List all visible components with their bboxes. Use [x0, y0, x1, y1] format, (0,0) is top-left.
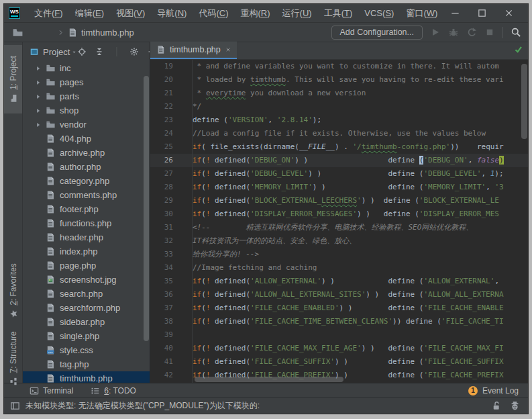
editor-vertical-scrollbar[interactable]	[521, 64, 527, 139]
tool-window-button-terminal[interactable]: Terminal	[30, 386, 73, 395]
menu-c[interactable]: 代码(C)	[193, 4, 234, 22]
menu-v[interactable]: 视图(V)	[110, 4, 151, 22]
editor-horizontal-scrollbar[interactable]	[195, 377, 343, 382]
expand-arrow-icon[interactable]	[35, 65, 46, 72]
code-line-27[interactable]: 27if(! defined('DEBUG_LEVEL') ) define (…	[150, 167, 528, 181]
tree-item-author.php[interactable]: author.php	[23, 160, 150, 174]
editor-tab-timthumb[interactable]: timthumb.php	[150, 42, 237, 59]
tree-item-category.php[interactable]: category.php	[23, 174, 150, 188]
code-line-30[interactable]: 30if(! defined('DISPLAY_ERROR_MESSAGES')…	[150, 207, 528, 221]
menu-r[interactable]: 重构(R)	[235, 4, 276, 22]
tree-item-timthumb.php[interactable]: timthumb.php	[23, 371, 150, 383]
run-button[interactable]	[430, 27, 441, 38]
tree-item-single.php[interactable]: single.php	[23, 329, 150, 343]
logo-text: WS	[10, 8, 19, 15]
lock-open-icon[interactable]	[491, 401, 501, 411]
code-line-41[interactable]: 41if(! defined('FILE_CACHE_SUFFIX') ) de…	[150, 355, 528, 369]
expand-arrow-icon[interactable]	[35, 122, 46, 128]
rerun-button[interactable]	[466, 27, 477, 38]
tree-item-index.php[interactable]: index.php	[23, 244, 150, 259]
tool-window-button-project[interactable]: 1: Project	[4, 45, 22, 113]
line-number: 42	[150, 369, 182, 382]
code-line-34[interactable]: 34//Image fetching and caching	[150, 261, 528, 275]
tree-item-page.php[interactable]: page.php	[23, 259, 150, 273]
add-configuration-button[interactable]: Add Configuration...	[331, 26, 423, 40]
tool-window-button-todo[interactable]: 6: TODO	[91, 386, 136, 395]
close-window-button[interactable]	[500, 7, 517, 20]
code-editor[interactable]: 19 * and define variables you want to cu…	[150, 60, 528, 383]
expand-arrow-icon[interactable]	[35, 107, 46, 114]
code-line-25[interactable]: 25if( file_exists(dirname(__FILE__) . '/…	[150, 140, 528, 154]
tree-item-searchform.php[interactable]: searchform.php	[23, 301, 150, 315]
collapse-all-button[interactable]	[95, 47, 104, 56]
minimize-window-button[interactable]	[446, 7, 464, 20]
tree-item-vendor[interactable]: vendor	[23, 118, 150, 132]
code-line-19[interactable]: 19 * and define variables you want to cu…	[150, 60, 528, 73]
settings-button[interactable]	[129, 47, 139, 56]
debug-button[interactable]	[448, 27, 459, 38]
code-line-32[interactable]: 32IT科技资讯为一体的的站点、安全、绿色、放心、	[150, 234, 528, 248]
project-tree-scrollbar[interactable]	[144, 76, 149, 341]
code-line-39[interactable]: 39	[150, 328, 528, 342]
search-everywhere-icon[interactable]	[511, 27, 521, 38]
nav-root-folder-icon[interactable]	[12, 27, 23, 38]
event-log-label: Event Log	[482, 386, 519, 395]
tree-item-header.php[interactable]: header.php	[23, 230, 150, 244]
close-tab-icon[interactable]	[225, 46, 231, 53]
code-line-24[interactable]: 24//Load a config file if it exists. Oth…	[150, 127, 528, 140]
code-line-40[interactable]: 40if(! defined('FILE_CACHE_MAX_FILE_AGE'…	[150, 342, 528, 355]
menu-t[interactable]: 工具(T)	[318, 4, 359, 22]
terminal-icon	[30, 386, 39, 395]
menu-s[interactable]: VCS(S)	[358, 4, 400, 22]
menu-u[interactable]: 运行(U)	[276, 4, 318, 22]
tree-item-style.css[interactable]: cssstyle.css	[23, 343, 150, 357]
locate-button[interactable]	[77, 47, 87, 56]
code-line-31[interactable]: 31<!-- 精选互联网优秀软件分享、电脑技术、经验教程、SEO网站优化教程、	[150, 221, 528, 234]
inspections-ok-check-icon[interactable]	[514, 45, 523, 54]
project-panel-title[interactable]: Project	[43, 47, 70, 57]
stop-button[interactable]	[484, 27, 495, 38]
expand-arrow-icon[interactable]	[35, 93, 46, 100]
tool-window-button-structure[interactable]: 7: Structure	[4, 330, 22, 387]
expand-arrow-icon[interactable]	[35, 79, 46, 86]
css-icon: css	[46, 345, 56, 355]
tree-item-sidebar.php[interactable]: sidebar.php	[23, 315, 150, 329]
code-line-22[interactable]: 22*/	[150, 100, 528, 113]
chevron-down-icon[interactable]	[71, 49, 77, 55]
code-line-36[interactable]: 36if(! defined('ALLOW_ALL_EXTERNAL_SITES…	[150, 288, 528, 301]
code-line-26[interactable]: 26if(! defined('DEBUG_ON') ) define ('DE…	[150, 154, 528, 167]
menu-e[interactable]: 编辑(E)	[69, 4, 110, 22]
hector-icon[interactable]	[510, 401, 520, 411]
breadcrumb-file[interactable]: timthumb.php	[81, 28, 134, 38]
tree-item-tag.php[interactable]: tag.php	[23, 357, 150, 371]
code-line-28[interactable]: 28if(! defined('MEMORY_LIMIT') ) define …	[150, 181, 528, 194]
tree-item-functions.php[interactable]: functions.php	[23, 216, 150, 230]
maximize-window-button[interactable]	[473, 7, 490, 20]
code-line-37[interactable]: 37if(! defined('FILE_CACHE_ENABLED') ) d…	[150, 301, 528, 315]
code-line-21[interactable]: 21 * everytime you download a new versio…	[150, 87, 528, 100]
code-line-38[interactable]: 38if(! defined('FILE_CACHE_TIME_BETWEEN_…	[150, 315, 528, 328]
tree-item-comments.php[interactable]: comments.php	[23, 188, 150, 202]
code-line-29[interactable]: 29if(! defined('BLOCK_EXTERNAL_LEECHERS'…	[150, 194, 528, 207]
event-log-button[interactable]: 1 Event Log	[468, 386, 528, 395]
menu-f[interactable]: 文件(F)	[28, 4, 69, 22]
tree-item-inc[interactable]: inc	[23, 61, 150, 75]
tree-item-parts[interactable]: parts	[23, 89, 150, 103]
menu-w[interactable]: 窗口(W)	[400, 4, 443, 22]
status-bar-icons	[491, 401, 520, 411]
tree-item-archive.php[interactable]: archive.php	[23, 146, 150, 160]
tree-item-shop[interactable]: shop	[23, 103, 150, 118]
tree-item-pages[interactable]: pages	[23, 75, 150, 89]
editor-tab-label: timthumb.php	[170, 45, 221, 54]
menu-n[interactable]: 导航(N)	[151, 4, 193, 22]
tree-item-404.php[interactable]: 404.php	[23, 132, 150, 146]
code-line-35[interactable]: 35if(! defined('ALLOW_EXTERNAL') ) defin…	[150, 275, 528, 288]
tree-item-footer.php[interactable]: footer.php	[23, 202, 150, 216]
tool-window-button-favorites[interactable]: 2: Favorites	[4, 256, 22, 326]
tree-item-screenshot.jpg[interactable]: screenshot.jpg	[23, 273, 150, 287]
code-line-20[interactable]: 20 * loaded by timthumb. This will save …	[150, 73, 528, 87]
code-line-23[interactable]: 23define ('VERSION', '2.8.14');	[150, 113, 528, 127]
tree-item-search.php[interactable]: search.php	[23, 287, 150, 301]
tool-window-switcher-icon[interactable]	[10, 401, 20, 411]
code-line-33[interactable]: 33给你我分享的! -->	[150, 248, 528, 261]
